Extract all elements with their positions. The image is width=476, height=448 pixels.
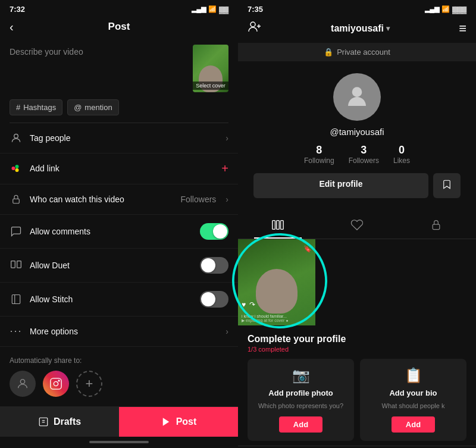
svg-point-2 bbox=[15, 165, 19, 168]
username-header-text: tamiyousafi bbox=[331, 23, 384, 34]
allow-comments-label: Allow comments bbox=[30, 227, 193, 236]
mention-label: mention bbox=[84, 103, 112, 112]
svg-marker-16 bbox=[162, 418, 169, 426]
add-bio-button[interactable]: Add bbox=[392, 416, 435, 433]
profile-section: @tamiyousafi 8 Following 3 Followers 0 L… bbox=[238, 61, 476, 211]
back-button[interactable]: ‹ bbox=[10, 20, 14, 34]
add-share-icon[interactable]: + bbox=[76, 371, 102, 397]
share-circle-icon[interactable] bbox=[10, 371, 36, 397]
wifi-icon: 📶 bbox=[208, 5, 217, 13]
more-options-arrow: › bbox=[226, 327, 228, 336]
hamburger-menu-button[interactable]: ≡ bbox=[459, 21, 466, 36]
svg-point-0 bbox=[14, 134, 18, 138]
right-time: 7:35 bbox=[248, 5, 263, 14]
hashtag-icon: # bbox=[16, 103, 20, 112]
featured-video-thumb[interactable]: ♥ ↷ 🔖 i knew i should familiar... ▶ expl… bbox=[238, 239, 315, 325]
complete-profile-subtitle: 1/3 completed bbox=[248, 346, 466, 353]
menu-item-more-options[interactable]: ··· More options › bbox=[0, 317, 238, 347]
add-photo-card[interactable]: 📷 Add profile photo Which photo represen… bbox=[248, 359, 354, 441]
stat-likes: 0 Likes bbox=[393, 144, 410, 165]
profile-username-header[interactable]: tamiyousafi ▾ bbox=[331, 23, 390, 34]
allow-comments-toggle[interactable] bbox=[200, 223, 228, 240]
svg-rect-7 bbox=[12, 295, 20, 303]
select-cover-label[interactable]: Select cover bbox=[193, 82, 228, 90]
post-label: Post bbox=[176, 416, 197, 427]
left-home-indicator bbox=[0, 437, 238, 448]
left-header: ‹ Post bbox=[0, 16, 238, 40]
right-header: tamiyousafi ▾ ≡ bbox=[238, 16, 476, 43]
video-actions-overlay: ♥ ↷ bbox=[242, 300, 255, 309]
desc-placeholder[interactable]: Describe your video bbox=[10, 45, 187, 57]
profile-avatar[interactable] bbox=[333, 73, 381, 121]
bookmark-button[interactable] bbox=[433, 173, 461, 198]
tab-private[interactable] bbox=[397, 211, 476, 239]
svg-point-17 bbox=[250, 22, 255, 27]
mention-button[interactable]: @ mention bbox=[67, 99, 118, 115]
left-status-bar: 7:32 ▂▄▆ 📶 ▓▓ bbox=[0, 0, 238, 16]
add-share-plus: + bbox=[86, 376, 93, 391]
svg-rect-24 bbox=[433, 224, 440, 229]
private-account-banner: 🔒 Private account bbox=[238, 43, 476, 61]
who-can-watch-arrow: › bbox=[226, 195, 228, 204]
likes-count: 0 bbox=[399, 144, 405, 156]
video-thumbnail[interactable]: Select cover bbox=[193, 45, 228, 92]
left-home-bar bbox=[89, 441, 149, 443]
instagram-share-icon[interactable] bbox=[43, 371, 69, 397]
menu-item-who-can-watch[interactable]: Who can watch this video Followers › bbox=[0, 184, 238, 215]
hashtag-button[interactable]: # Hashtags bbox=[10, 99, 62, 115]
svg-rect-4 bbox=[13, 199, 20, 203]
followers-count: 3 bbox=[361, 144, 367, 156]
menu-item-allow-comments[interactable]: Allow comments bbox=[0, 215, 238, 249]
allow-stitch-icon bbox=[10, 293, 23, 306]
edit-profile-button[interactable]: Edit profile bbox=[253, 173, 428, 198]
right-panel: 7:35 ▂▄▆ 📶 ▓▓▓ tamiyousafi ▾ ≡ 🔒 Private… bbox=[238, 0, 476, 448]
bottom-nav: Home Discover + Inbox Profile bbox=[238, 446, 476, 448]
battery-icon: ▓▓ bbox=[219, 6, 228, 13]
who-can-watch-label: Who can watch this video bbox=[30, 195, 173, 204]
tag-people-label: Tag people bbox=[30, 133, 218, 143]
post-button[interactable]: Post bbox=[119, 407, 238, 437]
signal-icon: ▂▄▆ bbox=[192, 5, 206, 13]
allow-duet-icon bbox=[10, 259, 23, 272]
right-wifi-icon: 📶 bbox=[441, 5, 450, 13]
add-link-plus[interactable]: + bbox=[221, 162, 228, 176]
tab-videos[interactable] bbox=[238, 211, 317, 239]
tag-people-icon bbox=[10, 131, 23, 145]
add-photo-button[interactable]: Add bbox=[279, 416, 322, 433]
complete-profile-title: Complete your profile bbox=[248, 334, 466, 344]
menu-item-allow-duet[interactable]: Allow Duet bbox=[0, 249, 238, 283]
following-count: 8 bbox=[316, 144, 322, 156]
add-photo-title: Add profile photo bbox=[268, 389, 333, 397]
toggle-knob bbox=[213, 224, 227, 239]
more-options-icon: ··· bbox=[10, 325, 23, 338]
allow-duet-knob bbox=[201, 258, 215, 272]
add-photo-sub: Which photo represents you? bbox=[258, 402, 343, 409]
profile-cards-row: 📷 Add profile photo Which photo represen… bbox=[248, 359, 466, 441]
add-bio-sub: What should people k bbox=[382, 402, 445, 409]
bottom-buttons: Drafts Post bbox=[0, 406, 238, 437]
share-section: Automatically share to: + bbox=[0, 347, 238, 406]
left-time: 7:32 bbox=[10, 5, 25, 14]
add-link-icon bbox=[10, 162, 23, 175]
post-title: Post bbox=[108, 21, 130, 33]
allow-duet-toggle[interactable] bbox=[200, 257, 228, 274]
video-desc-area: Describe your video Select cover bbox=[0, 40, 238, 99]
svg-rect-10 bbox=[51, 378, 61, 389]
svg-point-3 bbox=[15, 168, 19, 172]
menu-item-allow-stitch[interactable]: Allow Stitch bbox=[0, 283, 238, 317]
allow-stitch-toggle[interactable] bbox=[200, 291, 228, 308]
bio-icon: 📋 bbox=[405, 367, 422, 384]
tab-liked[interactable] bbox=[317, 211, 396, 239]
menu-item-add-link[interactable]: Add link + bbox=[0, 153, 238, 184]
profile-username: @tamiyousafi bbox=[330, 127, 384, 137]
profile-actions-row: Edit profile bbox=[248, 173, 466, 198]
add-bio-card[interactable]: 📋 Add your bio What should people k Add bbox=[360, 359, 466, 441]
video-animal bbox=[256, 269, 298, 314]
profile-stats-row: 8 Following 3 Followers 0 Likes bbox=[304, 144, 410, 165]
who-can-watch-value: Followers bbox=[180, 195, 216, 204]
who-can-watch-icon bbox=[10, 193, 23, 206]
more-options-label: More options bbox=[30, 327, 218, 336]
menu-item-tag-people[interactable]: Tag people › bbox=[0, 123, 238, 153]
drafts-button[interactable]: Drafts bbox=[0, 407, 119, 437]
add-person-button[interactable] bbox=[248, 20, 262, 37]
